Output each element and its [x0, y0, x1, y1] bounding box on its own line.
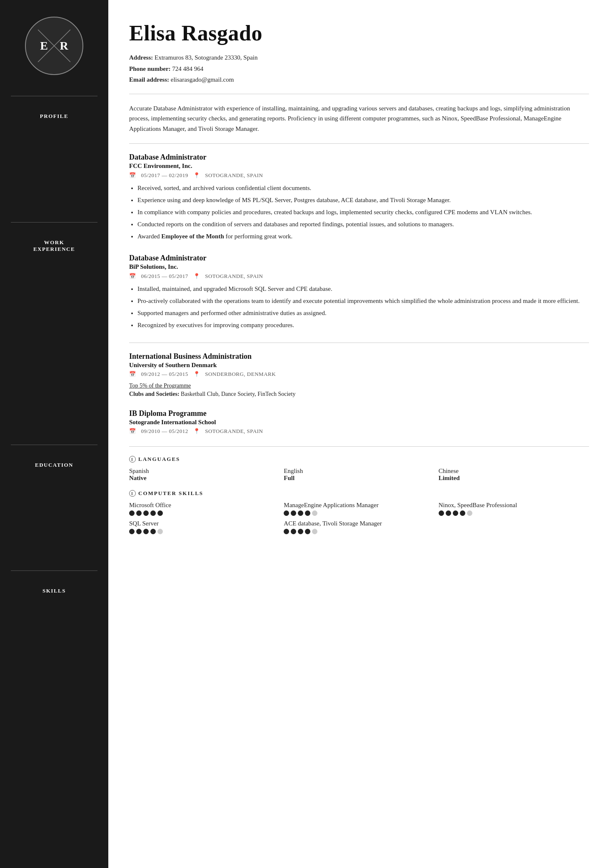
location-icon-1: 📍 [193, 172, 200, 179]
job-1: Database Administrator FCC Environment, … [129, 153, 589, 241]
job-1-title: Database Administrator [129, 153, 589, 162]
skill-ninox-dots [439, 510, 589, 516]
sidebar-item-education: EDUCATION [35, 462, 73, 468]
job-1-bullets: Received, sorted, and archived various c… [129, 183, 589, 241]
edu-1-achievement: Top 5% of the Programme [129, 382, 589, 389]
edu-2: IB Diploma Programme Sotogrande Internat… [129, 409, 589, 435]
dot-4 [305, 510, 310, 516]
edu-2-location: SOTOGRANDE, SPAIN [205, 428, 263, 435]
computer-skills-grid: Microsoft Office ManageEngine Applicatio… [129, 502, 589, 534]
phone-row: Phone number: 724 484 964 [129, 64, 589, 74]
phone-value: 724 484 964 [172, 65, 203, 72]
dot-3 [453, 510, 458, 516]
job-2-bullets: Installed, maintained, and upgraded Micr… [129, 284, 589, 330]
edu-1-clubs: Clubs and Societies: Basketball Club, Da… [129, 391, 589, 398]
job-1-bullet-4: Conducted reports on the condition of se… [137, 219, 589, 229]
dot-3 [143, 529, 149, 534]
divider-skills [129, 446, 589, 447]
skill-microsoft-office: Microsoft Office [129, 502, 280, 516]
calendar-icon-2: 📅 [129, 273, 136, 280]
job-1-bullet-3: In compliance with company policies and … [137, 207, 589, 217]
dot-3 [298, 510, 303, 516]
edu-2-dates: 09/2010 — 05/2012 [141, 428, 188, 435]
dot-1 [284, 510, 289, 516]
main-content: Elisa Rasgado Address: Extramuros 83, So… [108, 0, 614, 868]
sidebar-divider-3 [11, 445, 97, 445]
skill-ninox: Ninox, SpeedBase Professional [439, 502, 589, 516]
languages-label: LANGUAGES [138, 456, 180, 463]
skill-ace: ACE database, Tivoli Storage Manager [284, 520, 434, 534]
dot-5 [312, 529, 317, 534]
edu-1-dates: 09/2012 — 05/2015 [141, 371, 188, 378]
dot-1 [129, 529, 135, 534]
sidebar-item-profile: PROFILE [40, 113, 68, 120]
dot-5 [157, 529, 163, 534]
dot-3 [298, 529, 303, 534]
skill-sql-server: SQL Server [129, 520, 280, 534]
skill-manageengine: ManageEngine Applications Manager [284, 502, 434, 516]
languages-grid: Spanish Native English Full Chinese Limi… [129, 468, 589, 482]
dot-5 [467, 510, 472, 516]
lang-spanish-name: Spanish [129, 468, 280, 475]
education-section: International Business Administration Un… [129, 352, 589, 435]
divider-work [129, 143, 589, 144]
edu-1-degree: International Business Administration [129, 352, 589, 361]
work-section: Database Administrator FCC Environment, … [129, 153, 589, 330]
edu-1-location: SONDERBORG, DENMARK [205, 371, 276, 378]
job-2-bullet-4: Recognized by executives for improving c… [137, 320, 589, 330]
phone-label: Phone number: [129, 65, 171, 72]
edu-1: International Business Administration Un… [129, 352, 589, 398]
profile-text: Accurate Database Administrator with exp… [129, 103, 589, 134]
info-icon-languages: i [129, 456, 136, 463]
lang-spanish-level: Native [129, 475, 280, 482]
skill-manageengine-name: ManageEngine Applications Manager [284, 502, 434, 509]
edu-2-meta: 📅 09/2010 — 05/2012 📍 SOTOGRANDE, SPAIN [129, 428, 589, 435]
skill-microsoft-office-dots [129, 510, 280, 516]
divider-education [129, 343, 589, 343]
lang-english-name: English [284, 468, 434, 475]
skill-ninox-name: Ninox, SpeedBase Professional [439, 502, 589, 509]
lang-chinese-level: Limited [439, 475, 589, 482]
skill-ace-name: ACE database, Tivoli Storage Manager [284, 520, 434, 527]
sidebar: E R PROFILE WORKEXPERIENCE EDUCATION SKI… [0, 0, 108, 868]
full-name: Elisa Rasgado [129, 21, 589, 45]
dot-2 [136, 529, 142, 534]
job-2-bullet-2: Pro-actively collaborated with the opera… [137, 296, 589, 306]
job-1-company: FCC Environment, Inc. [129, 163, 589, 170]
sidebar-divider-4 [11, 570, 97, 571]
job-1-meta: 📅 05/2017 — 02/2019 📍 SOTOGRANDE, SPAIN [129, 172, 589, 179]
skill-placeholder [439, 520, 589, 534]
job-2-bullet-1: Installed, maintained, and upgraded Micr… [137, 284, 589, 294]
dot-2 [291, 529, 296, 534]
dot-5 [312, 510, 317, 516]
initial-left: E [40, 39, 48, 53]
sidebar-divider-1 [11, 96, 97, 96]
address-value: Extramuros 83, Sotogrande 23330, Spain [155, 54, 257, 61]
skill-sql-name: SQL Server [129, 520, 280, 527]
job-2-bullet-3: Supported managers and performed other a… [137, 308, 589, 318]
email-row: Email address: elisarasgado@gmail.com [129, 75, 589, 85]
lang-chinese: Chinese Limited [439, 468, 589, 482]
skill-manageengine-dots [284, 510, 434, 516]
job-2: Database Administrator BiP Solutions, In… [129, 254, 589, 330]
edu-1-achievement-link[interactable]: Top 5% of the Programme [129, 383, 191, 389]
dot-4 [150, 510, 156, 516]
location-icon-2: 📍 [193, 273, 200, 280]
job-1-bullet-5: Awarded Employee of the Month for perfor… [137, 231, 589, 241]
skill-ace-dots [284, 529, 434, 534]
job-2-title: Database Administrator [129, 254, 589, 263]
calendar-icon-edu-2: 📅 [129, 428, 136, 435]
dot-1 [284, 529, 289, 534]
dot-3 [143, 510, 149, 516]
calendar-icon-1: 📅 [129, 172, 136, 179]
initial-right: R [60, 39, 68, 53]
edu-1-school: University of Southern Denmark [129, 362, 589, 369]
sidebar-item-work: WORKEXPERIENCE [33, 239, 75, 253]
sidebar-divider-2 [11, 222, 97, 223]
job-2-meta: 📅 06/2015 — 05/2017 📍 SOTOGRANDE, SPAIN [129, 273, 589, 280]
contact-info: Address: Extramuros 83, Sotogrande 23330… [129, 53, 589, 85]
location-icon-edu-1: 📍 [193, 371, 200, 378]
dot-2 [446, 510, 451, 516]
languages-title: i LANGUAGES [129, 456, 589, 463]
dot-1 [439, 510, 444, 516]
